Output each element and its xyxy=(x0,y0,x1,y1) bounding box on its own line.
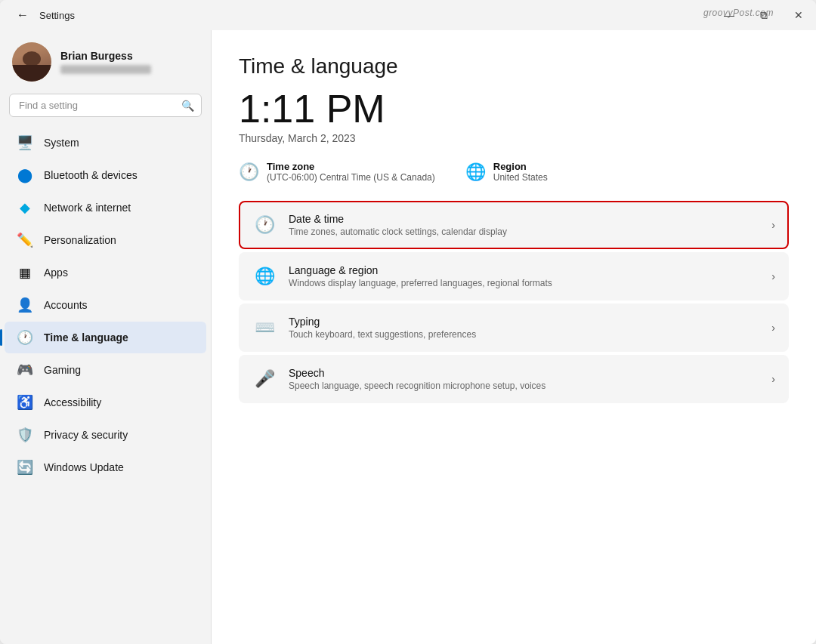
sidebar-label-bluetooth: Bluetooth & devices xyxy=(44,169,138,181)
speech-title: Speech xyxy=(289,367,759,379)
sidebar-label-accounts: Accounts xyxy=(44,299,88,311)
settings-item-language-region[interactable]: 🌐 Language & region Windows display lang… xyxy=(239,252,789,300)
sidebar-item-gaming[interactable]: 🎮 Gaming xyxy=(5,354,206,386)
sidebar-item-network[interactable]: ◆ Network & internet xyxy=(5,192,206,223)
accounts-icon: 👤 xyxy=(17,297,33,313)
content-area: Time & language 1:11 PM Thursday, March … xyxy=(212,30,816,644)
date-time-subtitle: Time zones, automatic clock settings, ca… xyxy=(289,226,759,237)
profile-email xyxy=(60,65,151,74)
system-icon: 🖥️ xyxy=(17,134,33,151)
sidebar-label-apps: Apps xyxy=(44,267,68,279)
language-region-text: Language & region Windows display langua… xyxy=(289,264,759,288)
sidebar-item-apps[interactable]: ▦ Apps xyxy=(5,257,206,288)
region-block: 🌐 Region United States xyxy=(465,161,548,183)
titlebar: ← Settings groovyPost.com — ⧉ ✕ xyxy=(0,0,816,30)
speech-subtitle: Speech language, speech recognition micr… xyxy=(289,381,759,391)
sidebar-item-personalization[interactable]: ✏️ Personalization xyxy=(5,224,206,256)
profile-name: Brian Burgess xyxy=(60,50,151,62)
avatar-image xyxy=(12,42,51,82)
timezone-text: Time zone (UTC-06:00) Central Time (US &… xyxy=(267,161,435,183)
typing-subtitle: Touch keyboard, text suggestions, prefer… xyxy=(289,329,759,340)
language-region-title: Language & region xyxy=(289,264,759,276)
region-text: Region United States xyxy=(493,161,548,183)
speech-icon: 🎤 xyxy=(252,369,277,389)
region-title: Region xyxy=(493,161,548,172)
windows-update-icon: 🔄 xyxy=(17,459,33,476)
timezone-subtitle: (UTC-06:00) Central Time (US & Canada) xyxy=(267,172,435,183)
sidebar-item-accounts[interactable]: 👤 Accounts xyxy=(5,289,206,321)
settings-window: ← Settings groovyPost.com — ⧉ ✕ Brian Bu… xyxy=(0,0,816,644)
sidebar-label-accessibility: Accessibility xyxy=(44,396,101,408)
timezone-icon: 🕐 xyxy=(239,162,259,182)
sidebar-profile: Brian Burgess xyxy=(0,30,211,91)
sidebar-item-bluetooth[interactable]: ⬤ Bluetooth & devices xyxy=(5,159,206,191)
settings-list: 🕐 Date & time Time zones, automatic cloc… xyxy=(239,201,789,403)
apps-icon: ▦ xyxy=(17,264,33,281)
sidebar-label-gaming: Gaming xyxy=(44,364,81,376)
typing-chevron: › xyxy=(771,322,775,334)
maximize-button[interactable]: ⧉ xyxy=(746,0,781,30)
bluetooth-icon: ⬤ xyxy=(17,167,33,183)
settings-item-date-time[interactable]: 🕐 Date & time Time zones, automatic cloc… xyxy=(239,201,789,249)
sidebar: Brian Burgess 🔍 🖥️ System ⬤ Bluetooth & … xyxy=(0,30,212,644)
back-button[interactable]: ← xyxy=(12,5,33,26)
main-content: Brian Burgess 🔍 🖥️ System ⬤ Bluetooth & … xyxy=(0,30,816,644)
sidebar-label-time-language: Time & language xyxy=(44,331,128,344)
sidebar-item-system[interactable]: 🖥️ System xyxy=(5,127,206,159)
info-row: 🕐 Time zone (UTC-06:00) Central Time (US… xyxy=(239,161,789,183)
timezone-block: 🕐 Time zone (UTC-06:00) Central Time (US… xyxy=(239,161,435,183)
sidebar-item-accessibility[interactable]: ♿ Accessibility xyxy=(5,387,206,418)
speech-text: Speech Speech language, speech recogniti… xyxy=(289,367,759,391)
typing-title: Typing xyxy=(289,316,759,328)
sidebar-label-personalization: Personalization xyxy=(44,234,116,246)
typing-text: Typing Touch keyboard, text suggestions,… xyxy=(289,316,759,340)
close-button[interactable]: ✕ xyxy=(781,0,816,30)
date-time-icon: 🕐 xyxy=(252,215,277,235)
gaming-icon: 🎮 xyxy=(17,362,33,378)
sidebar-search-container: 🔍 xyxy=(9,94,202,117)
typing-icon: ⌨️ xyxy=(252,318,277,337)
date-time-chevron: › xyxy=(771,219,775,231)
window-controls: — ⧉ ✕ xyxy=(712,0,816,30)
personalization-icon: ✏️ xyxy=(17,232,33,248)
language-region-subtitle: Windows display language, preferred lang… xyxy=(289,278,759,288)
region-icon: 🌐 xyxy=(465,162,486,182)
minimize-button[interactable]: — xyxy=(712,0,746,30)
time-language-icon: 🕐 xyxy=(17,329,33,346)
settings-item-speech[interactable]: 🎤 Speech Speech language, speech recogni… xyxy=(239,355,789,403)
privacy-icon: 🛡️ xyxy=(17,427,33,443)
sidebar-label-system: System xyxy=(44,137,79,149)
sidebar-item-time-language[interactable]: 🕐 Time & language xyxy=(5,322,206,353)
accessibility-icon: ♿ xyxy=(17,394,33,411)
sidebar-item-windows-update[interactable]: 🔄 Windows Update xyxy=(5,451,206,483)
timezone-title: Time zone xyxy=(267,161,435,172)
current-date: Thursday, March 2, 2023 xyxy=(239,132,789,144)
page-title: Time & language xyxy=(239,54,789,79)
search-input[interactable] xyxy=(9,94,202,117)
profile-info: Brian Burgess xyxy=(60,50,151,74)
sidebar-nav: 🖥️ System ⬤ Bluetooth & devices ◆ Networ… xyxy=(0,125,211,644)
date-time-text: Date & time Time zones, automatic clock … xyxy=(289,213,759,237)
sidebar-label-windows-update: Windows Update xyxy=(44,461,124,473)
date-time-title: Date & time xyxy=(289,213,759,225)
current-time: 1:11 PM xyxy=(239,88,789,131)
app-title: Settings xyxy=(39,10,75,21)
avatar xyxy=(12,42,51,82)
language-region-icon: 🌐 xyxy=(252,267,277,286)
sidebar-label-network: Network & internet xyxy=(44,202,131,214)
sidebar-label-privacy: Privacy & security xyxy=(44,429,128,441)
region-subtitle: United States xyxy=(493,172,548,183)
network-icon: ◆ xyxy=(17,199,33,216)
language-region-chevron: › xyxy=(771,270,775,282)
speech-chevron: › xyxy=(771,373,775,385)
sidebar-item-privacy[interactable]: 🛡️ Privacy & security xyxy=(5,419,206,451)
settings-item-typing[interactable]: ⌨️ Typing Touch keyboard, text suggestio… xyxy=(239,304,789,352)
